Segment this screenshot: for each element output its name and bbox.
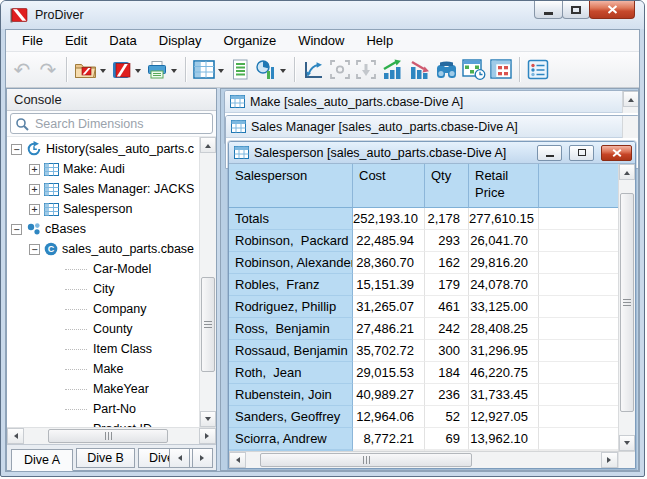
collapse-box-icon[interactable]: − [11,224,22,235]
tree-item[interactable]: −cBases [7,219,199,239]
scroll-left-button[interactable] [229,452,246,468]
tree-item[interactable]: +Make: Audi [7,159,199,179]
data-cell[interactable]: 27,486.21 [353,318,425,340]
sales-manager-window-title-bar[interactable]: Sales Manager [sales_auto_parts.cbase-Di… [226,116,622,138]
data-cell[interactable]: 277,610.15 [469,208,539,230]
data-cell[interactable]: 29,816.20 [469,252,539,274]
make-window-scrollbar[interactable] [622,91,639,113]
data-cell[interactable]: 236 [425,384,469,406]
data-cell[interactable]: 31,265.07 [353,296,425,318]
console-toggle-button[interactable] [525,55,551,85]
data-cell[interactable]: 12,964.06 [353,406,425,428]
scroll-thumb[interactable] [201,277,215,372]
menu-help[interactable]: Help [355,33,404,48]
menu-window[interactable]: Window [287,33,355,48]
data-cell[interactable]: 22,485.94 [353,230,425,252]
tree-item[interactable]: County [7,319,199,339]
maximize-button[interactable] [569,145,594,161]
column-header[interactable]: Salesperson [229,164,353,208]
search-input[interactable] [33,116,208,132]
data-cell[interactable]: 13,962.10 [469,428,539,450]
scroll-left-button[interactable] [7,428,24,444]
column-header[interactable]: Qty [425,164,469,208]
tabs-next-button[interactable] [192,448,213,468]
row-label-cell[interactable]: Rodriguez, Phillip [229,296,353,318]
tree-item[interactable]: City [7,279,199,299]
scroll-up-button[interactable] [623,91,639,107]
scroll-thumb[interactable] [260,453,472,467]
row-label-cell[interactable]: Rossaud, Benjamin [229,340,353,362]
table-horizontal-scrollbar[interactable] [229,452,618,468]
row-label-cell[interactable]: Rubenstein, Join [229,384,353,406]
print-button[interactable] [144,55,180,85]
data-cell[interactable]: 29,015.53 [353,362,425,384]
menu-organize[interactable]: Organize [212,33,287,48]
tabular-display-button[interactable] [191,55,227,85]
column-header[interactable]: Cost [353,164,425,208]
tree-item[interactable]: Product ID [7,419,199,427]
data-cell[interactable]: 300 [425,340,469,362]
data-cell[interactable]: 179 [425,274,469,296]
swap-axes-button[interactable] [300,55,327,85]
column-header[interactable]: Retail Price [469,164,539,208]
tree-item[interactable]: MakeYear [7,379,199,399]
data-cell[interactable]: 242 [425,318,469,340]
data-cell[interactable]: 28,408.25 [469,318,539,340]
data-cell[interactable]: 69 [425,428,469,450]
data-cell[interactable]: 26,041.70 [469,230,539,252]
sales-manager-window-scrollbar[interactable] [622,116,639,138]
menu-edit[interactable]: Edit [54,33,98,48]
tab-dive-b[interactable]: Dive B [76,448,135,468]
search-box[interactable] [10,113,213,134]
sort-ascending-button[interactable] [379,55,406,85]
time-series-display-button[interactable] [460,55,488,85]
save-marker-button[interactable] [109,55,144,85]
data-cell[interactable]: 184 [425,362,469,384]
menu-data[interactable]: Data [98,33,147,48]
row-label-cell[interactable]: Roth, Jean [229,362,353,384]
data-cell[interactable]: 12,927.05 [469,406,539,428]
collapse-box-icon[interactable]: − [11,144,22,155]
scroll-right-button[interactable] [601,452,618,468]
minimize-button[interactable] [534,1,563,19]
scroll-thumb[interactable] [48,429,168,443]
row-label-cell[interactable]: Totals [229,208,353,230]
tree-item[interactable]: Car-Model [7,259,199,279]
data-cell[interactable]: 31,733.45 [469,384,539,406]
scroll-thumb[interactable] [620,193,634,412]
scroll-down-button[interactable] [200,411,216,427]
data-cell[interactable]: 293 [425,230,469,252]
row-label-cell[interactable]: Ross, Benjamin [229,318,353,340]
close-button[interactable] [589,1,635,19]
salesperson-window-title-bar[interactable]: Salesperson [sales_auto_parts.cbase-Dive… [229,142,635,164]
data-cell[interactable]: 46,220.75 [469,362,539,384]
row-label-cell[interactable]: Sciorra, Andrew [229,428,353,450]
scroll-down-button[interactable] [619,435,635,451]
scroll-up-button[interactable] [619,164,635,180]
expand-box-icon[interactable]: + [29,184,40,195]
table-vertical-scrollbar[interactable] [618,164,635,451]
tree-horizontal-scrollbar[interactable] [7,427,216,444]
tree-item[interactable]: Make [7,359,199,379]
data-cell[interactable]: 8,772.21 [353,428,425,450]
make-window-title-bar[interactable]: Make [sales_auto_parts.cbase-Dive A] [225,91,622,113]
row-label-cell[interactable]: Sanders, Geoffrey [229,406,353,428]
row-label-cell[interactable]: Robinson, Packard [229,230,353,252]
data-cell[interactable]: 461 [425,296,469,318]
tree-item[interactable]: Company [7,299,199,319]
maximize-button[interactable] [562,1,590,19]
row-label-cell[interactable]: Robles, Franz [229,274,353,296]
minimize-button[interactable] [537,145,562,161]
data-cell[interactable]: 40,989.27 [353,384,425,406]
crosstab-display-button[interactable] [488,55,514,85]
data-cell[interactable]: 162 [425,252,469,274]
menu-file[interactable]: File [11,33,54,48]
collapse-box-icon[interactable]: − [29,244,40,255]
report-display-button[interactable] [227,55,253,85]
data-cell[interactable]: 28,360.70 [353,252,425,274]
title-bar[interactable]: ProDiver [1,1,644,29]
data-cell[interactable]: 52 [425,406,469,428]
data-cell[interactable]: 31,296.95 [469,340,539,362]
tree-item[interactable]: Part-No [7,399,199,419]
data-cell[interactable]: 2,178 [425,208,469,230]
